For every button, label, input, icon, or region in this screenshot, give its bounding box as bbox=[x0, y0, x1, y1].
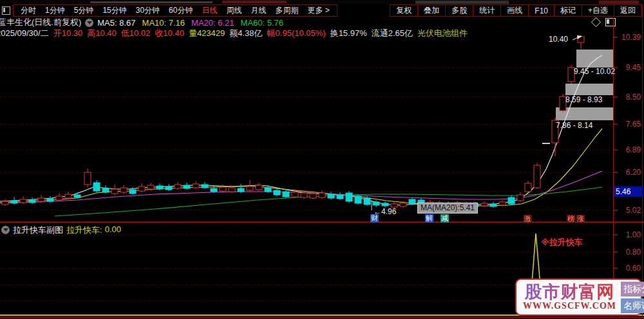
candle-body bbox=[319, 193, 325, 197]
sub-indicator-value-group: 拉升快车: 0.00 bbox=[66, 224, 121, 236]
price-axis-label: 6.20 bbox=[615, 169, 641, 176]
candle-body bbox=[229, 188, 235, 192]
candle-body bbox=[120, 188, 127, 192]
candle-body bbox=[499, 202, 506, 205]
watermark-badges: 指标分享名师课程 bbox=[621, 282, 644, 313]
candle-body bbox=[310, 194, 316, 198]
candle-body bbox=[265, 188, 271, 192]
candle-body bbox=[184, 185, 190, 188]
sub-indicator-title[interactable]: 拉升快车副图 bbox=[13, 224, 63, 236]
candle-body bbox=[525, 183, 531, 192]
gap-zone-label: 8.59 - 8.93 bbox=[565, 96, 602, 104]
candle-body bbox=[382, 203, 388, 206]
candle-body bbox=[29, 200, 35, 203]
sub-indicator-value: 0.00 bbox=[105, 224, 121, 236]
candle-body bbox=[111, 189, 118, 194]
candle-body bbox=[166, 187, 172, 190]
candle-body bbox=[138, 187, 145, 191]
price-axis-label: 8.50 bbox=[615, 93, 641, 101]
stock-app-window: 分时1分钟5分钟15分钟30分钟60分钟日线周线月线多周期更多 > 复权叠加多股… bbox=[0, 0, 644, 319]
watermark-banner: 股市财富网 WWW.GSCFW.COM 指标分享名师课程 bbox=[515, 278, 642, 316]
candle-body bbox=[274, 190, 280, 195]
high-price-annotation: 10.40 bbox=[549, 35, 568, 44]
candlestick-chart[interactable] bbox=[0, 0, 644, 319]
indicator-axis-label: 0.80 bbox=[615, 248, 641, 256]
candle-body bbox=[400, 203, 406, 206]
candle-body bbox=[74, 195, 80, 197]
candle-body bbox=[2, 201, 8, 205]
price-axis-label: 6.89 bbox=[615, 146, 641, 154]
event-marker-减[interactable]: 减 bbox=[440, 214, 449, 223]
candle-body bbox=[364, 198, 370, 205]
price-axis-label: 10.39 bbox=[615, 33, 641, 41]
candle-body bbox=[84, 172, 91, 185]
low-price-annotation: ←4.96 bbox=[374, 207, 396, 216]
candle-body bbox=[328, 194, 334, 198]
candle-body bbox=[65, 194, 71, 198]
candle-body bbox=[102, 188, 109, 192]
candle-body bbox=[11, 201, 17, 203]
watermark-site-name: 股市财富网 bbox=[524, 283, 614, 301]
watermark-site-url: WWW.GSCFW.COM bbox=[523, 301, 616, 311]
candle-body bbox=[481, 203, 488, 206]
last-price-tag: 5.46 bbox=[614, 187, 643, 197]
candle-body bbox=[534, 165, 540, 188]
gap-zone-label: 7.86 - 8.14 bbox=[556, 122, 592, 130]
candle-body bbox=[56, 196, 62, 200]
candle-body bbox=[156, 186, 163, 189]
candle-body bbox=[337, 195, 343, 199]
watermark-badge: 指标分享 bbox=[621, 282, 644, 296]
event-marker-激[interactable]: 激 bbox=[524, 215, 532, 223]
sub-indicator-label: 拉升快车: bbox=[66, 224, 102, 236]
indicator-axis-label: 0.60 bbox=[615, 264, 641, 272]
candle-body bbox=[175, 185, 181, 188]
candle-body bbox=[283, 192, 289, 197]
signal-annotation: ※拉升快车 bbox=[541, 237, 583, 248]
candle-body bbox=[38, 198, 44, 201]
watermark-text: 股市财富网 WWW.GSCFW.COM bbox=[523, 283, 616, 311]
candle-body bbox=[346, 193, 352, 201]
candle-body bbox=[517, 195, 524, 201]
indicator-axis-label: 1.00 bbox=[615, 231, 641, 239]
ma-tooltip: MA(MA20):5.41 bbox=[417, 203, 478, 214]
candle-body bbox=[211, 188, 217, 192]
price-axis-label: 7.65 bbox=[615, 120, 641, 128]
candle-body bbox=[355, 196, 361, 203]
price-axis-label: 5.02 bbox=[615, 206, 641, 214]
watermark-badge: 名师课程 bbox=[621, 298, 644, 313]
dropdown-circle-icon[interactable] bbox=[1, 226, 10, 234]
candle-body bbox=[47, 199, 53, 201]
gap-zone bbox=[565, 84, 613, 95]
event-marker-解[interactable]: 解 bbox=[425, 214, 433, 223]
candle-body bbox=[490, 204, 497, 206]
price-axis-label: 9.45 bbox=[615, 64, 641, 71]
candle-body bbox=[301, 193, 307, 197]
candle-body bbox=[147, 185, 154, 189]
event-marker-涨[interactable]: 涨 bbox=[576, 215, 585, 223]
candle-body bbox=[247, 187, 253, 190]
candle-body bbox=[129, 190, 136, 194]
candle-body bbox=[292, 192, 298, 197]
candle-body bbox=[193, 184, 199, 188]
candle-body bbox=[508, 197, 515, 204]
gap-zone-label: 9.45 - 10.02 bbox=[574, 68, 615, 76]
candle-body bbox=[256, 185, 262, 190]
event-marker-榜[interactable]: 榜 bbox=[567, 215, 575, 223]
candle-body bbox=[373, 202, 379, 205]
candle-body bbox=[202, 185, 208, 188]
candle-body bbox=[93, 183, 100, 191]
candle-body bbox=[20, 199, 26, 203]
candle-body bbox=[238, 188, 244, 192]
sub-indicator-header: 拉升快车副图 拉升快车: 0.00 bbox=[0, 225, 121, 235]
candle-body bbox=[409, 199, 415, 204]
candle-body bbox=[220, 187, 226, 191]
gap-zone bbox=[576, 50, 613, 68]
